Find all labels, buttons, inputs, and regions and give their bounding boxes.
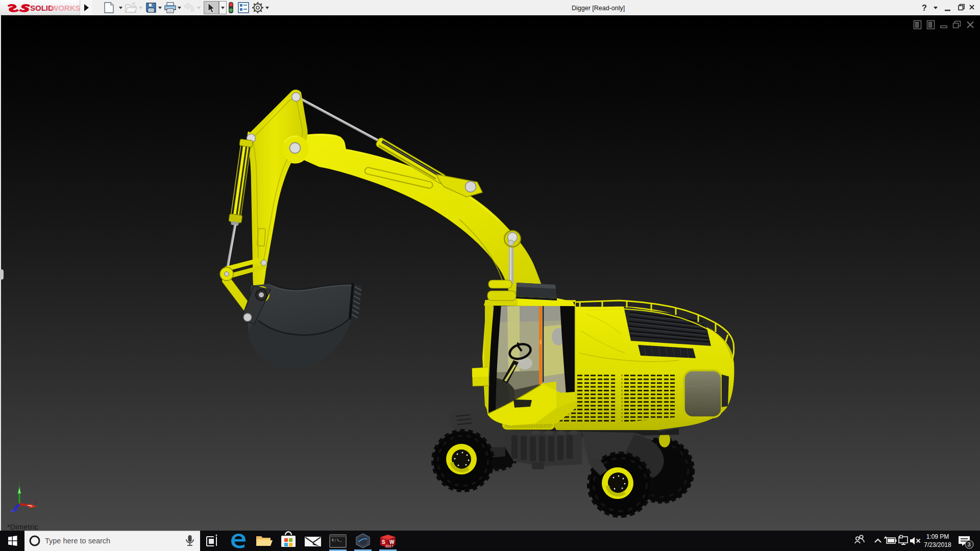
svg-text:?: ? [922,4,927,12]
svg-text:Y: Y [18,481,21,486]
svg-text:2017: 2017 [385,544,394,548]
svg-text:WORKS: WORKS [51,4,81,12]
svg-text:S: S [382,539,385,545]
svg-text:SOLID: SOLID [30,4,54,12]
svg-text:C:\_: C:\_ [332,538,341,542]
svg-text:x: x [35,499,38,505]
svg-text:3: 3 [968,541,971,547]
